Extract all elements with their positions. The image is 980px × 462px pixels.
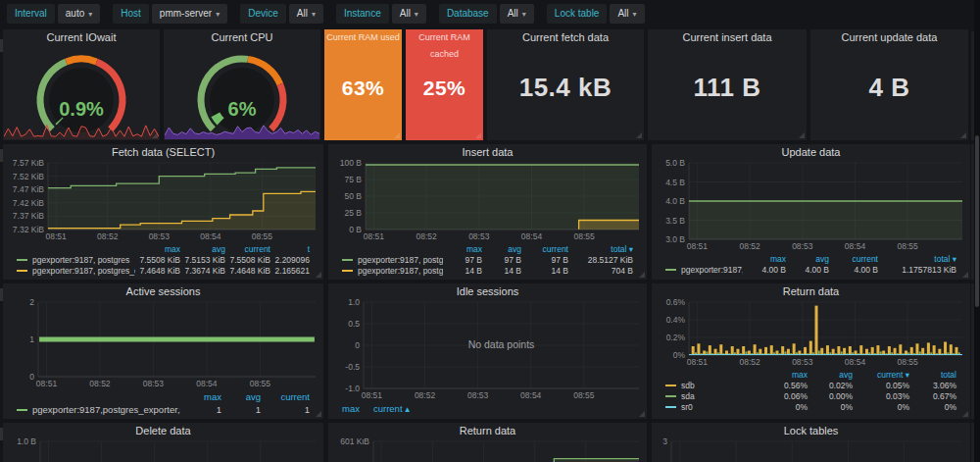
legend-series-swatch[interactable]: [17, 409, 27, 411]
fetch-chart[interactable]: 08:5108:5208:5308:5408:557.57 KiB7.52 Ki…: [3, 160, 323, 242]
svg-text:1: 1: [29, 334, 34, 344]
svg-text:3: 3: [662, 438, 667, 446]
legend-series-swatch[interactable]: [665, 269, 676, 271]
svg-text:7.57 KiB: 7.57 KiB: [13, 160, 44, 168]
legend-series-name[interactable]: sr0: [681, 402, 759, 412]
legend-sort-header[interactable]: current: [521, 244, 568, 254]
legend-sort-header[interactable]: avg: [221, 391, 261, 402]
legend-sort-header[interactable]: current ▴: [373, 403, 410, 414]
svg-text:08:51: 08:51: [46, 231, 68, 241]
legend-series-swatch[interactable]: [342, 270, 353, 272]
legend-sort-header[interactable]: t: [270, 244, 310, 254]
charts-row-1: Fetch data (SELECT) 08:5108:5208:5308:54…: [0, 144, 980, 280]
insert-chart[interactable]: 08:5108:5208:5308:5408:55100 B75 B50 B25…: [328, 160, 647, 242]
panel-title[interactable]: Return data: [652, 283, 970, 299]
legend-sort-header[interactable]: avg: [786, 254, 829, 264]
legend-sort-header[interactable]: avg: [180, 244, 225, 254]
panel-title[interactable]: Current RAM cached: [406, 29, 483, 45]
legend-row: pgexporter:9187, postgres97 B97 B97 B28.…: [342, 254, 633, 265]
legend-sort-header[interactable]: max: [135, 244, 180, 254]
legend-series-swatch[interactable]: [665, 385, 676, 386]
filter-value-dropdown[interactable]: All▾: [289, 4, 323, 24]
legend-sort-header[interactable]: max: [743, 254, 786, 264]
legend-series-name[interactable]: pgexporter:9187, postgres: [681, 265, 743, 275]
panel-title[interactable]: Current insert data: [648, 29, 807, 45]
svg-text:08:54: 08:54: [196, 379, 218, 388]
return-data-2-chart[interactable]: 601 KiB598 KiB: [328, 438, 647, 462]
panel-active-sessions: Active sessions 08:5108:5208:5308:5408:5…: [3, 283, 323, 419]
filter-group: InstanceAll▾: [336, 4, 426, 24]
panel-title[interactable]: Fetch data (SELECT): [3, 144, 323, 160]
legend-series-swatch[interactable]: [17, 259, 27, 261]
legend-sort-header[interactable]: total ▾: [878, 254, 956, 264]
svg-text:3.0 B: 3.0 B: [665, 234, 685, 244]
filter-value-dropdown[interactable]: All▾: [500, 4, 534, 24]
idle-sessions-chart[interactable]: 08:5108:5208:5308:5408:551.00.50-0.5-1.0…: [328, 299, 647, 401]
svg-text:08:51: 08:51: [687, 357, 709, 367]
legend-sort-header[interactable]: max: [342, 403, 360, 414]
return-data-chart[interactable]: 08:5108:5208:5308:5408:550.6%0.4%0.2%0%: [652, 299, 970, 368]
lock-tables-chart[interactable]: 3: [652, 438, 970, 462]
delete-data-chart[interactable]: 1.0 B: [3, 438, 323, 462]
legend-header-row: maxavgcurrenttotal ▾: [342, 243, 633, 254]
legend-series-swatch[interactable]: [665, 395, 676, 397]
svg-text:08:52: 08:52: [415, 390, 436, 400]
panel-title[interactable]: Current fetch data: [487, 29, 644, 45]
legend-series-swatch[interactable]: [342, 259, 353, 261]
legend-value: 97 B: [521, 255, 568, 265]
panel-title[interactable]: Insert data: [328, 144, 647, 160]
legend-sort-header[interactable]: max: [443, 244, 482, 254]
legend-row: sda0.06%0.00%0.03%0.67%: [665, 390, 956, 401]
panel-title[interactable]: Update data: [652, 144, 970, 160]
filter-value-dropdown[interactable]: pmm-server▾: [152, 4, 227, 24]
filter-group: Lock tableAll▾: [547, 4, 645, 24]
legend-series-name[interactable]: pgexporter:9187, postgres_exporter: [32, 266, 135, 276]
legend-series-name[interactable]: pgexporter:9187, postgres_exporter: [358, 266, 443, 276]
panel-lock-tables: Lock tables 3: [652, 423, 970, 462]
legend-sort-header[interactable]: total: [909, 370, 956, 380]
legend-sort-header[interactable]: max: [180, 391, 221, 402]
panel-title[interactable]: Current RAM used: [324, 29, 402, 45]
legend-sort-header[interactable]: max: [759, 370, 808, 380]
panel-title[interactable]: Active sessions: [3, 283, 323, 299]
legend-series-name[interactable]: sda: [681, 391, 759, 401]
legend-sort-header[interactable]: avg: [808, 370, 853, 380]
scrollbar[interactable]: [974, 0, 980, 462]
panel-title[interactable]: Delete data: [3, 423, 323, 438]
legend-series-swatch[interactable]: [17, 270, 27, 272]
return-data-legend: maxavgcurrent ▾totalsdb0.56%0.02%0.05%3.…: [652, 368, 970, 412]
filter-value-dropdown[interactable]: All▾: [610, 4, 644, 24]
legend-value: 14 B: [482, 266, 521, 276]
legend-sort-header[interactable]: total ▾: [568, 244, 633, 254]
legend-sort-header[interactable]: current ▾: [853, 370, 909, 380]
filter-group: Hostpmm-server▾: [113, 4, 227, 24]
legend-row: pgexporter:9187, postgres_exporter7.4648…: [17, 265, 310, 276]
scrollbar-thumb[interactable]: [975, 135, 979, 307]
svg-text:08:51: 08:51: [687, 241, 709, 251]
svg-text:7.52 KiB: 7.52 KiB: [13, 172, 44, 181]
panel-title[interactable]: Idle sessions: [328, 283, 647, 299]
idle-sessions-legend: maxcurrent ▴: [328, 401, 647, 415]
legend-sort-header[interactable]: current: [261, 391, 310, 402]
legend-sort-header[interactable]: current: [829, 254, 878, 264]
svg-text:08:55: 08:55: [898, 241, 919, 251]
legend-series-name[interactable]: sdb: [681, 381, 759, 390]
legend-value: 1: [221, 404, 261, 415]
panel-title[interactable]: Lock tables: [652, 423, 970, 438]
panel-title[interactable]: Return data: [328, 423, 647, 438]
legend-series-name[interactable]: pgexporter:9187,postgres_exporter,state …: [32, 404, 180, 415]
update-chart[interactable]: 08:5108:5208:5308:5408:555.0 B4.5 B4.0 B…: [652, 160, 970, 252]
legend-series-name[interactable]: pgexporter:9187, postgres: [358, 255, 443, 265]
legend-series-swatch[interactable]: [665, 406, 676, 408]
legend-sort-header[interactable]: current: [225, 244, 270, 254]
legend-sort-header[interactable]: avg: [482, 244, 521, 254]
filter-value-dropdown[interactable]: All▾: [392, 4, 426, 24]
filter-value-dropdown[interactable]: auto▾: [58, 4, 100, 24]
svg-text:3.5 B: 3.5 B: [665, 216, 685, 226]
svg-text:7.37 KiB: 7.37 KiB: [13, 211, 44, 221]
filter-label: Device: [240, 4, 286, 24]
panel-title[interactable]: Current update data: [810, 29, 968, 45]
legend-series-name[interactable]: pgexporter:9187, postgres: [32, 255, 135, 265]
active-sessions-chart[interactable]: 08:5108:5208:5308:5408:55210: [3, 299, 323, 389]
svg-text:0.4%: 0.4%: [666, 315, 686, 325]
